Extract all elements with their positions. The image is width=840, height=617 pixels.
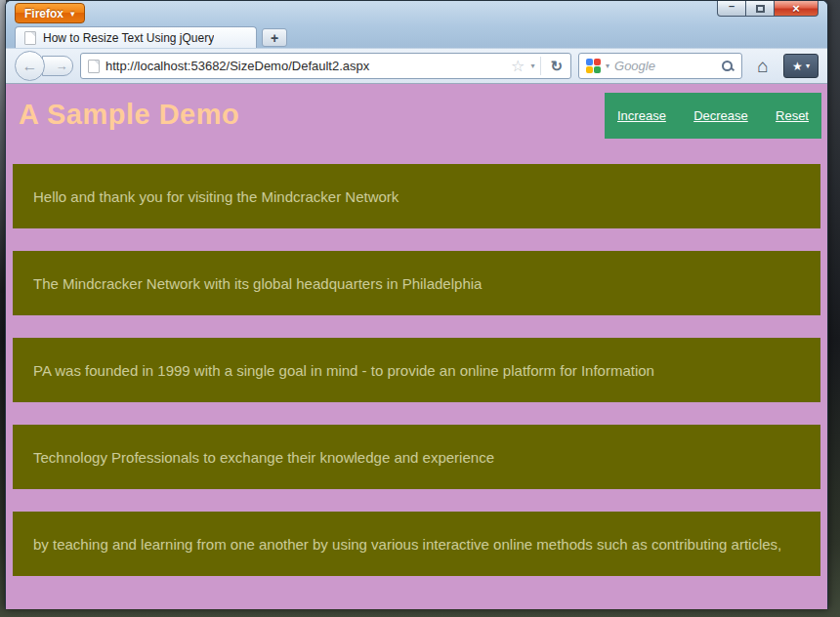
navigation-toolbar: ← → ☆ ▾ ↻ ▾ ⌂ ★ ▾ bbox=[6, 48, 827, 84]
back-button[interactable]: ← bbox=[15, 51, 45, 81]
reload-icon[interactable]: ↻ bbox=[547, 58, 566, 75]
home-button[interactable]: ⌂ bbox=[749, 53, 777, 79]
chevron-down-icon: ▾ bbox=[70, 9, 75, 19]
divider bbox=[540, 57, 541, 75]
search-bar[interactable]: ▾ bbox=[578, 53, 742, 79]
page-content: A Sample Demo Increase Decrease Reset He… bbox=[6, 84, 827, 609]
chevron-down-icon[interactable]: ▾ bbox=[530, 62, 534, 70]
text-bar: The Mindcracker Network with its global … bbox=[13, 251, 820, 315]
text-bar: PA was founded in 1999 with a single goa… bbox=[13, 338, 820, 402]
decrease-link[interactable]: Decrease bbox=[693, 108, 748, 123]
maximize-icon bbox=[756, 5, 765, 13]
window-controls: – × bbox=[717, 1, 819, 17]
minimize-icon: – bbox=[729, 0, 735, 12]
text-bar: Technology Professionals to exchange the… bbox=[13, 425, 820, 489]
chevron-down-icon: ▾ bbox=[806, 62, 810, 70]
bookmarks-star-icon: ★ bbox=[792, 61, 803, 72]
page-favicon-icon bbox=[24, 31, 36, 45]
bar-text: The Mindcracker Network with its global … bbox=[33, 275, 482, 292]
bar-text: by teaching and learning from one anothe… bbox=[33, 536, 781, 553]
browser-window: Firefox ▾ – × How to Resize Text Using j… bbox=[5, 0, 828, 609]
forward-button[interactable]: → bbox=[42, 56, 73, 76]
url-input[interactable] bbox=[105, 59, 505, 73]
google-logo-icon bbox=[586, 59, 601, 73]
url-bar[interactable]: ☆ ▾ ↻ bbox=[80, 53, 571, 79]
firefox-menu-label: Firefox bbox=[24, 7, 63, 21]
maximize-button[interactable] bbox=[746, 1, 774, 17]
text-bar: Hello and thank you for visiting the Min… bbox=[13, 164, 820, 228]
forward-arrow-icon: → bbox=[56, 59, 68, 73]
site-identity-icon bbox=[88, 60, 100, 73]
bookmarks-button[interactable]: ★ ▾ bbox=[783, 54, 819, 78]
new-tab-button[interactable]: + bbox=[262, 28, 287, 47]
close-button[interactable]: × bbox=[774, 1, 819, 17]
chevron-down-icon[interactable]: ▾ bbox=[606, 62, 609, 70]
reset-link[interactable]: Reset bbox=[776, 108, 809, 123]
search-icon[interactable] bbox=[721, 60, 735, 73]
bar-text: PA was founded in 1999 with a single goa… bbox=[33, 362, 654, 379]
bar-text: Technology Professionals to exchange the… bbox=[33, 449, 494, 466]
tab-strip: How to Resize Text Using jQuery + bbox=[6, 26, 827, 48]
minimize-button[interactable]: – bbox=[717, 1, 746, 17]
bar-text: Hello and thank you for visiting the Min… bbox=[33, 188, 399, 205]
bookmark-star-icon[interactable]: ☆ bbox=[511, 59, 525, 74]
text-bars: Hello and thank you for visiting the Min… bbox=[13, 164, 820, 576]
resize-toolbar: Increase Decrease Reset bbox=[605, 93, 821, 139]
tab-title: How to Resize Text Using jQuery bbox=[43, 31, 214, 45]
search-input[interactable] bbox=[614, 59, 716, 73]
text-bar: by teaching and learning from one anothe… bbox=[13, 512, 820, 576]
home-icon: ⌂ bbox=[757, 56, 768, 77]
increase-link[interactable]: Increase bbox=[617, 108, 666, 123]
desktop-background: Firefox ▾ – × How to Resize Text Using j… bbox=[0, 0, 840, 617]
close-icon: × bbox=[792, 1, 800, 16]
titlebar: Firefox ▾ – × bbox=[6, 1, 827, 26]
tab-active[interactable]: How to Resize Text Using jQuery bbox=[15, 26, 257, 48]
firefox-menu-button[interactable]: Firefox ▾ bbox=[15, 3, 85, 23]
back-arrow-icon: ← bbox=[22, 58, 38, 75]
